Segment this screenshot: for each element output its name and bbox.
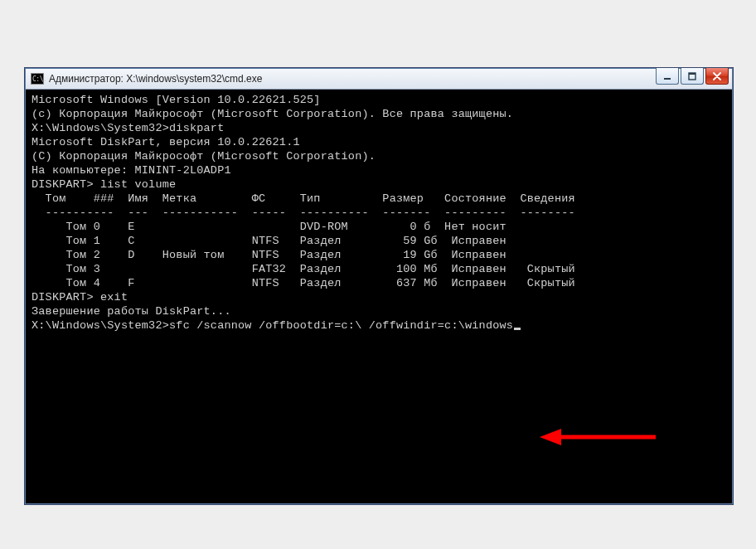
terminal-line: Том 4 F NTFS Раздел 637 Мб Исправен Скры…	[32, 276, 726, 290]
terminal-line: Том ### Имя Метка ФС Тип Размер Состояни…	[32, 192, 726, 206]
terminal-line: DISKPART> exit	[32, 290, 726, 304]
svg-rect-2	[689, 73, 695, 75]
svg-rect-0	[664, 78, 671, 80]
terminal-line: DISKPART> list volume	[32, 177, 726, 192]
titlebar[interactable]: C:\. Администратор: X:\windows\system32\…	[26, 69, 732, 90]
close-icon	[713, 72, 721, 80]
terminal-line: Завершение работы DiskPart...	[32, 304, 726, 318]
window-title: Администратор: X:\windows\system32\cmd.e…	[49, 73, 654, 85]
terminal-line: X:\Windows\System32>diskpart	[32, 121, 726, 135]
terminal-line: Том 0 E DVD-ROM 0 б Нет носит	[32, 220, 726, 234]
title-prefix: Администратор:	[49, 73, 126, 85]
window-buttons	[654, 69, 732, 89]
maximize-button[interactable]	[681, 68, 704, 85]
terminal-output[interactable]: Microsoft Windows [Version 10.0.22621.52…	[28, 91, 729, 501]
title-path: X:\windows\system32\cmd.exe	[126, 73, 262, 85]
terminal-line: Microsoft DiskPart, версия 10.0.22621.1	[32, 135, 726, 149]
text-cursor	[514, 328, 521, 330]
close-button[interactable]	[705, 68, 729, 85]
terminal-line: ---------- --- ----------- ----- -------…	[32, 206, 726, 220]
terminal-line: (c) Корпорация Майкрософт (Microsoft Cor…	[32, 107, 726, 121]
terminal-line: Том 2 D Новый том NTFS Раздел 19 Gб Испр…	[32, 248, 726, 262]
cmd-icon: C:\.	[31, 73, 44, 85]
terminal-line: Microsoft Windows [Version 10.0.22621.52…	[32, 93, 726, 107]
terminal-line: X:\Windows\System32>sfc /scannow /offboo…	[32, 318, 726, 333]
maximize-icon	[688, 72, 696, 80]
terminal-line: На компьютере: MININT-2L0ADP1	[32, 163, 726, 177]
minimize-button[interactable]	[656, 68, 679, 85]
minimize-icon	[663, 72, 671, 80]
cmd-window: C:\. Администратор: X:\windows\system32\…	[25, 68, 733, 504]
terminal-line: Том 3 FAT32 Раздел 100 Мб Исправен Скрыт…	[32, 262, 726, 276]
terminal-line: Том 1 C NTFS Раздел 59 Gб Исправен	[32, 234, 726, 248]
terminal-line: (C) Корпорация Майкрософт (Microsoft Cor…	[32, 149, 726, 163]
